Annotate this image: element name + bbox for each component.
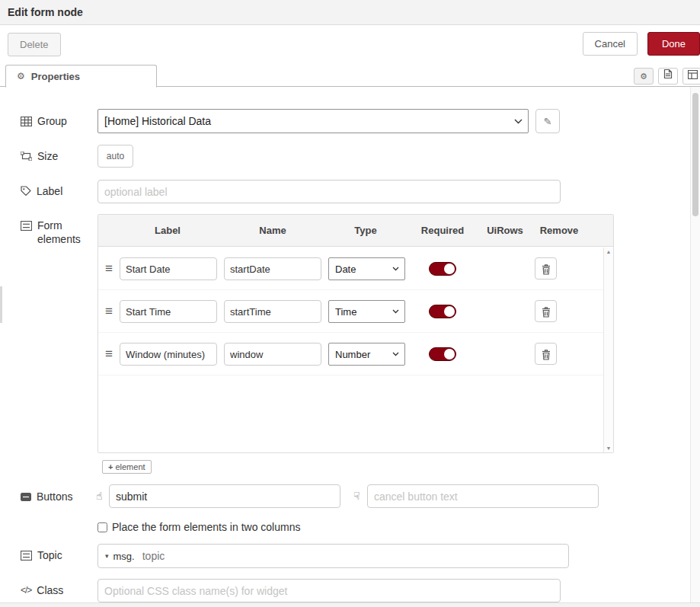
file-icon [663, 69, 673, 79]
topic-label: Topic [21, 549, 62, 561]
group-label-text: Group [37, 115, 67, 127]
tab-properties-label: Properties [31, 71, 80, 82]
node-properties-button[interactable]: ⚙ [634, 68, 654, 85]
table-scrollbar[interactable]: ▲ ▼ [603, 248, 613, 452]
element-type-select[interactable]: Number [328, 343, 405, 366]
two-columns-label: Place the form elements in two columns [112, 521, 300, 533]
code-icon: </> [21, 585, 31, 596]
element-type-select[interactable]: Time [328, 300, 405, 323]
topic-type-label: msg. [113, 551, 135, 562]
trash-icon [542, 350, 551, 360]
chevron-down-icon [514, 119, 523, 124]
class-input[interactable] [97, 579, 561, 602]
col-header-type: Type [328, 215, 404, 247]
topic-typed-input: ▾ msg. [97, 544, 569, 568]
col-header-label: Label [129, 215, 206, 247]
required-toggle[interactable] [429, 305, 456, 318]
element-label-input[interactable] [120, 343, 217, 366]
required-toggle[interactable] [429, 262, 456, 276]
form-elements-table: Label Name Type Required UiRows Remove ≡… [97, 214, 614, 453]
label-label: Label [21, 185, 62, 197]
size-label-text: Size [37, 150, 58, 162]
drag-handle-icon[interactable]: ≡ [105, 333, 113, 375]
required-toggle[interactable] [429, 347, 456, 361]
scroll-up-icon[interactable]: ▲ [604, 249, 613, 254]
tag-icon [21, 186, 31, 196]
remove-element-button[interactable] [535, 257, 557, 280]
remove-element-button[interactable] [535, 343, 557, 365]
form-elements-label-line2: elements [37, 233, 81, 245]
add-element-button[interactable]: + element [102, 460, 152, 474]
table-icon [21, 117, 32, 126]
drag-handle-icon[interactable]: ≡ [105, 290, 113, 333]
form-element-row: ≡ Number [98, 333, 603, 375]
caret-down-icon: ▾ [105, 552, 109, 560]
dialog-title: Edit form node [8, 6, 83, 18]
thumbs-down-icon: ☟ [353, 490, 360, 502]
form-elements-header: Label Name Type Required UiRows Remove [98, 215, 613, 247]
group-select-value: [Home] Historical Data [104, 115, 211, 127]
chevron-down-icon [392, 267, 399, 271]
left-scrollbar-fragment [0, 286, 2, 323]
element-name-input[interactable] [224, 257, 321, 280]
cancel-button[interactable]: Cancel [583, 32, 638, 56]
size-auto-button[interactable]: auto [97, 145, 133, 168]
delete-button[interactable]: Delete [8, 33, 61, 56]
tab-properties[interactable]: ⚙ Properties [5, 65, 157, 88]
col-header-name: Name [235, 215, 311, 247]
buttons-label-text: Buttons [37, 490, 72, 503]
trash-icon [542, 307, 551, 318]
submit-button-text-input[interactable] [109, 484, 340, 508]
form-element-row: ≡ Date [98, 248, 603, 290]
topic-type-button[interactable]: ▾ msg. [98, 545, 139, 567]
thumbs-up-icon: ☝ [96, 490, 103, 502]
form-elements-label-line1: Form [37, 219, 62, 232]
label-input[interactable] [97, 180, 561, 203]
two-columns-option[interactable]: Place the form elements in two columns [97, 521, 300, 533]
group-select[interactable]: [Home] Historical Data [97, 109, 529, 133]
appearance-button[interactable] [682, 68, 700, 85]
class-label-text: Class [37, 584, 63, 596]
element-type-select[interactable]: Date [328, 257, 405, 280]
col-header-remove: Remove [521, 215, 597, 247]
form-elements-body: ≡ Date ≡ [98, 248, 603, 452]
drag-handle-icon[interactable]: ≡ [105, 248, 113, 290]
form-elements-label: Form [21, 219, 62, 232]
topic-label-text: Topic [37, 549, 62, 561]
group-label: Group [21, 115, 67, 127]
description-button[interactable] [658, 68, 678, 85]
gear-icon: ⚙ [640, 72, 647, 81]
button-icon [21, 493, 31, 501]
element-name-input[interactable] [224, 343, 321, 366]
footer-strip [0, 602, 700, 607]
list-icon [21, 551, 32, 561]
layout-icon [688, 70, 698, 79]
topic-value-input[interactable] [139, 550, 568, 562]
dialog-header: Edit form node [0, 0, 700, 25]
two-columns-checkbox[interactable] [97, 522, 107, 532]
done-button[interactable]: Done [647, 32, 700, 56]
edit-group-button[interactable]: ✎ [535, 109, 560, 133]
list-icon [21, 221, 32, 231]
label-label-text: Label [37, 185, 62, 197]
class-label: </> Class [21, 584, 63, 596]
object-size-icon [21, 152, 32, 161]
element-name-input[interactable] [224, 300, 321, 323]
chevron-down-icon [392, 309, 399, 314]
scroll-down-icon[interactable]: ▼ [604, 446, 613, 451]
add-element-label: element [115, 462, 145, 471]
gear-icon: ⚙ [17, 71, 25, 81]
scrollbar-thumb[interactable] [692, 93, 698, 216]
cancel-button-text-input[interactable] [367, 484, 599, 508]
element-label-input[interactable] [120, 257, 217, 280]
pencil-icon: ✎ [544, 116, 552, 127]
plus-icon: + [108, 462, 113, 471]
size-label: Size [21, 150, 58, 162]
form-element-row: ≡ Time [98, 290, 603, 333]
chevron-down-icon [392, 352, 399, 356]
buttons-label: Buttons [21, 490, 72, 503]
trash-icon [542, 264, 551, 275]
page-scrollbar[interactable] [690, 87, 700, 602]
remove-element-button[interactable] [535, 300, 557, 322]
element-label-input[interactable] [120, 300, 217, 323]
